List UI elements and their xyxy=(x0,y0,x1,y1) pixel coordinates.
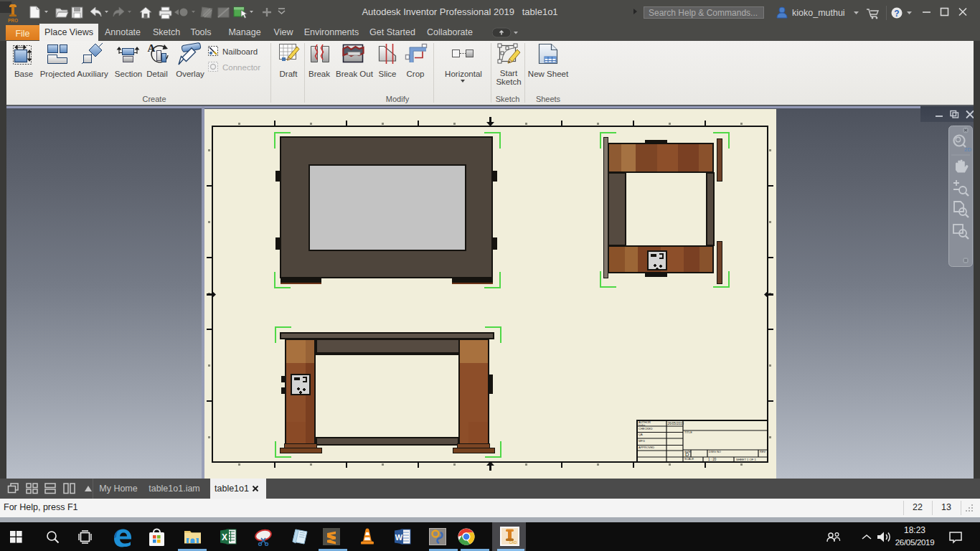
svg-text:MFG: MFG xyxy=(639,439,645,443)
svg-text:SHEET 1 OF 1: SHEET 1 OF 1 xyxy=(736,458,757,461)
svg-text:REV: REV xyxy=(760,450,766,453)
svg-text:CAD: CAD xyxy=(509,540,517,545)
svg-text:TITLE: TITLE xyxy=(684,430,692,434)
svg-text:PRO: PRO xyxy=(8,18,18,23)
svg-text:2D: 2D xyxy=(964,146,971,153)
svg-text:QA: QA xyxy=(639,433,643,436)
svg-text:1 : 20: 1 : 20 xyxy=(708,458,717,461)
svg-text:?: ? xyxy=(894,9,899,19)
svg-text:APPROVED: APPROVED xyxy=(639,446,654,449)
svg-text:DWG NO: DWG NO xyxy=(709,450,721,453)
svg-text:26/05/2019: 26/05/2019 xyxy=(668,422,684,425)
svg-text:CHECKED: CHECKED xyxy=(639,427,653,430)
svg-text:X: X xyxy=(222,532,227,542)
svg-text:D: D xyxy=(685,451,689,458)
svg-text:kioko_muthui: kioko_muthui xyxy=(792,8,845,18)
svg-text:W: W xyxy=(395,533,403,542)
